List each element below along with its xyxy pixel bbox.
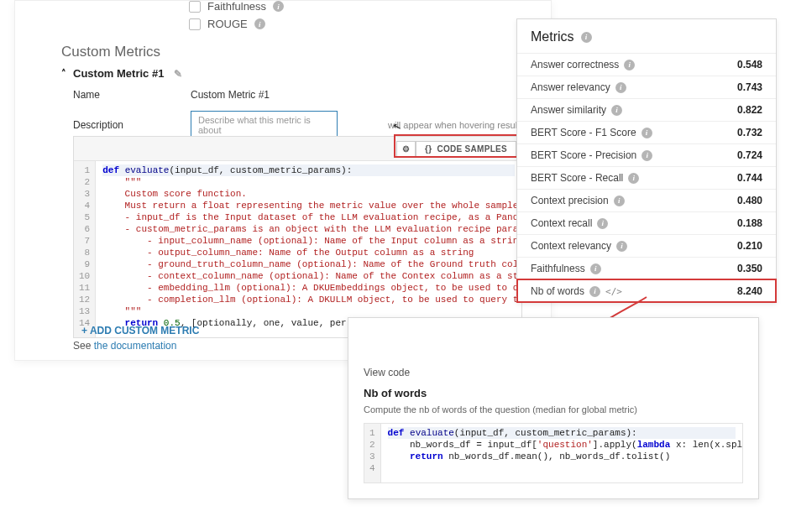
metrics-header: Metrics i	[517, 19, 776, 53]
line-gutter: 1234	[364, 424, 381, 482]
metric-value: 0.743	[737, 81, 762, 93]
metric-row[interactable]: BERT Score - Recalli0.744	[517, 166, 776, 189]
code-lines[interactable]: def evaluate(input_df, custom_metric_par…	[381, 424, 742, 482]
info-icon[interactable]: i	[597, 218, 608, 229]
gear-icon: ⚙	[402, 144, 410, 154]
info-icon[interactable]: i	[611, 105, 622, 116]
checkbox-rouge[interactable]: ROUGE i	[189, 18, 284, 30]
code-samples-button[interactable]: {} CODE SAMPLES	[416, 141, 516, 157]
metric-value: 0.480	[737, 195, 762, 206]
editor-toolbar: ⚙ {} CODE SAMPLES	[74, 137, 521, 160]
metric-name: Answer similarity	[531, 104, 606, 116]
metric-value: 0.732	[737, 127, 762, 138]
info-icon[interactable]: i	[642, 150, 652, 161]
code-editor[interactable]: ⚙ {} CODE SAMPLES 1234567891011121314 de…	[73, 136, 522, 338]
metric-row[interactable]: Answer correctnessi0.548	[517, 53, 776, 76]
name-label: Name	[73, 89, 149, 101]
metric-value: 0.822	[737, 104, 762, 116]
checkbox-label: ROUGE	[207, 18, 248, 30]
expander-label: Custom Metric #1	[73, 67, 164, 80]
metric-value: 0.724	[737, 149, 762, 161]
metric-row[interactable]: BERT Score - Precisioni0.724	[517, 143, 776, 166]
metric-name: Nb of words	[531, 285, 584, 297]
code-area[interactable]: 1234567891011121314 def evaluate(input_d…	[74, 160, 521, 337]
info-icon[interactable]: i	[581, 32, 592, 43]
info-icon[interactable]: i	[624, 60, 635, 70]
braces-icon: {}	[425, 144, 432, 154]
info-icon[interactable]: i	[614, 196, 625, 206]
metrics-title: Metrics	[531, 29, 574, 44]
metric-value: 0.188	[737, 217, 762, 229]
metric-row[interactable]: BERT Score - F1 Scorei0.732	[517, 121, 776, 143]
settings-button[interactable]: ⚙	[396, 141, 416, 157]
checkbox-icon[interactable]	[189, 1, 201, 13]
name-value: Custom Metric #1	[191, 89, 270, 101]
documentation-link[interactable]: the documentation	[94, 340, 177, 352]
checkbox-label: Faithfulness	[207, 0, 266, 13]
info-icon[interactable]: i	[628, 173, 639, 184]
metric-checkbox-list: Faithfulness i ROUGE i	[189, 0, 284, 35]
chevron-up-icon: ˄	[61, 68, 66, 79]
info-icon[interactable]: i	[254, 18, 265, 29]
metric-name: BERT Score - Recall	[531, 172, 623, 184]
view-code-panel: View code Nb of words Compute the nb of …	[348, 317, 759, 499]
metrics-panel: Metrics i Answer correctnessi0.548Answer…	[516, 18, 777, 303]
info-icon[interactable]: i	[589, 286, 600, 297]
description-row: Description Describe what this metric is…	[73, 111, 520, 139]
metric-value: 0.744	[737, 172, 762, 184]
info-icon[interactable]: i	[616, 241, 627, 252]
add-custom-metric-button[interactable]: + ADD CUSTOM METRIC	[81, 325, 199, 336]
metric-name: BERT Score - F1 Score	[531, 127, 636, 138]
metric-name: Context precision	[531, 195, 609, 206]
metric-value: 0.350	[737, 263, 762, 274]
checkbox-faithfulness[interactable]: Faithfulness i	[189, 0, 284, 13]
edit-icon[interactable]: ✎	[174, 68, 182, 80]
metric-name: Answer correctness	[531, 59, 619, 70]
section-title: Custom Metrics	[61, 44, 160, 60]
checkbox-icon[interactable]	[189, 18, 201, 30]
line-gutter: 1234567891011121314	[74, 161, 96, 337]
code-samples-label: CODE SAMPLES	[437, 144, 507, 154]
custom-metric-expander[interactable]: ˄ Custom Metric #1 ✎	[61, 67, 515, 80]
metric-name: Context recall	[531, 217, 592, 229]
metric-row[interactable]: Faithfulnessi0.350	[517, 257, 776, 279]
code-lines[interactable]: def evaluate(input_df, custom_metric_par…	[96, 161, 521, 337]
metric-row[interactable]: Answer relevancyi0.743	[517, 76, 776, 98]
description-label: Description	[73, 119, 149, 131]
info-icon[interactable]: i	[273, 1, 284, 12]
code-icon[interactable]: </>	[605, 286, 622, 297]
metric-value: 0.548	[737, 59, 762, 70]
metric-name: Context relevancy	[531, 240, 611, 252]
description-hint: will appear when hovering result	[388, 120, 520, 130]
name-row: Name Custom Metric #1	[73, 89, 270, 101]
info-icon[interactable]: i	[590, 263, 601, 274]
metric-row[interactable]: Context recalli0.188	[517, 211, 776, 234]
metric-name: Answer relevancy	[531, 81, 610, 93]
description-input[interactable]: Describe what this metric is about	[191, 111, 338, 139]
metric-value: 0.210	[737, 240, 762, 252]
view-code-heading: View code	[364, 367, 743, 378]
see-doc: See the documentation	[73, 340, 176, 352]
metric-name: Faithfulness	[531, 263, 585, 274]
metric-row[interactable]: Context relevancyi0.210	[517, 234, 776, 257]
info-icon[interactable]: i	[642, 128, 652, 138]
view-code-name: Nb of words	[364, 387, 743, 399]
metric-row[interactable]: Context precisioni0.480	[517, 189, 776, 211]
view-code-editor[interactable]: 1234 def evaluate(input_df, custom_metri…	[364, 423, 743, 483]
metric-value: 8.240	[737, 285, 762, 297]
metric-row[interactable]: Answer similarityi0.822	[517, 98, 776, 121]
metric-row[interactable]: Nb of wordsi</>8.240	[517, 279, 776, 302]
info-icon[interactable]: i	[615, 82, 626, 93]
metric-name: BERT Score - Precision	[531, 149, 636, 161]
see-doc-prefix: See	[73, 340, 94, 352]
view-code-desc: Compute the nb of words of the question …	[364, 404, 743, 415]
